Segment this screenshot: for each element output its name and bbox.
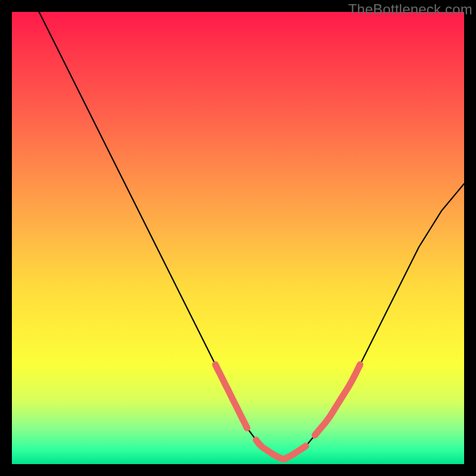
bottleneck-curve bbox=[39, 12, 464, 459]
optimal-zone-seg-left bbox=[215, 365, 247, 428]
curve-layer bbox=[12, 12, 464, 464]
plot-area bbox=[12, 12, 464, 464]
optimal-zone bbox=[215, 365, 360, 459]
optimal-zone-seg-mid bbox=[256, 440, 306, 459]
optimal-zone-seg-right bbox=[315, 365, 360, 436]
watermark-text: TheBottleneck.com bbox=[348, 1, 472, 18]
chart-frame: TheBottleneck.com bbox=[0, 0, 476, 476]
